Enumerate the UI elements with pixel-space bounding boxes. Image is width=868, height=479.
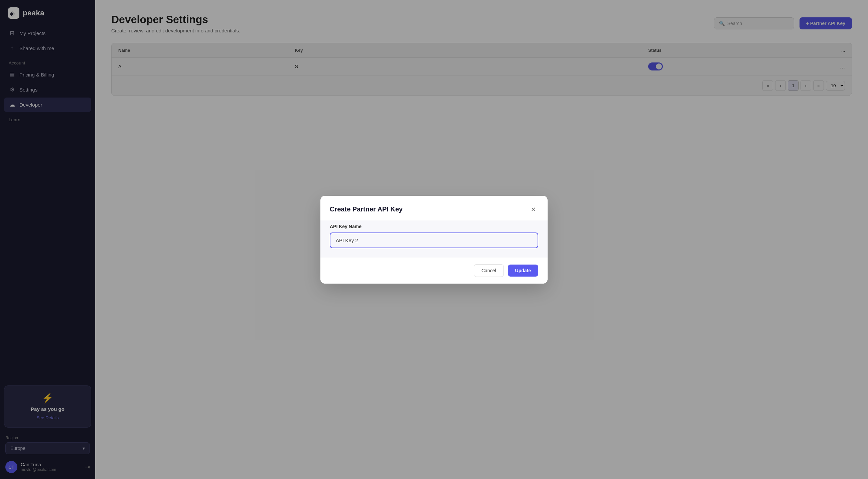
api-key-name-input[interactable] bbox=[330, 232, 538, 248]
modal-title: Create Partner API Key bbox=[330, 205, 403, 213]
modal-close-button[interactable]: ✕ bbox=[528, 204, 538, 215]
modal-overlay: Create Partner API Key ✕ API Key Name Ca… bbox=[95, 0, 868, 479]
modal-header: Create Partner API Key ✕ bbox=[320, 196, 548, 220]
modal-body: API Key Name bbox=[320, 220, 548, 258]
update-button[interactable]: Update bbox=[508, 264, 538, 277]
api-key-name-label: API Key Name bbox=[330, 224, 538, 229]
cancel-button[interactable]: Cancel bbox=[474, 264, 504, 277]
create-partner-api-key-modal: Create Partner API Key ✕ API Key Name Ca… bbox=[320, 196, 548, 284]
main-content-area: Developer Settings Create, review, and e… bbox=[95, 0, 868, 479]
modal-footer: Cancel Update bbox=[320, 258, 548, 284]
